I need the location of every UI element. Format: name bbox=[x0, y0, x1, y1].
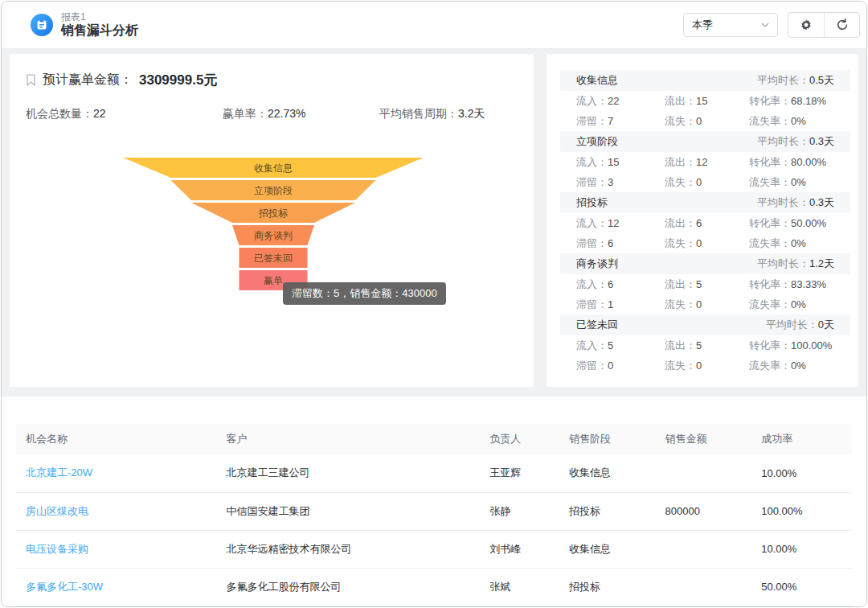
cell-customer: 北京华远精密技术有限公司 bbox=[217, 530, 481, 568]
cell-success: 100.00% bbox=[751, 492, 852, 530]
stage-metrics: 流入：6流出：5转化率：83.33%滞留：1流失：0流失率：0% bbox=[560, 274, 850, 314]
funnel-stage-label: 立项阶段 bbox=[254, 185, 293, 196]
stage-section-header: 商务谈判平均时长：1.2天 bbox=[560, 253, 850, 274]
cell-customer: 多氟多化工股份有限公司 bbox=[217, 568, 481, 606]
table-row: 电压设备采购北京华远精密技术有限公司刘书峰收集信息10.00% bbox=[16, 530, 852, 568]
opportunity-link[interactable]: 电压设备采购 bbox=[16, 530, 217, 568]
header-actions: 本季 bbox=[683, 12, 860, 38]
expected-amount-value: 3309999.5元 bbox=[139, 71, 217, 89]
stage-name: 招投标 bbox=[576, 195, 608, 210]
header-titles: 报表1 销售漏斗分析 bbox=[61, 12, 138, 38]
metric: 流失：0 bbox=[665, 172, 749, 192]
metric: 滞留：0 bbox=[576, 355, 665, 376]
period-select[interactable]: 本季 bbox=[683, 13, 778, 37]
stat-total-opportunities: 机会总数量：22 bbox=[26, 107, 223, 123]
metric: 转化率：50.00% bbox=[749, 213, 834, 233]
stat-label: 赢单率： bbox=[223, 107, 268, 120]
refresh-button[interactable] bbox=[824, 13, 859, 37]
cell-success: 10.00% bbox=[751, 530, 852, 568]
cell-owner: 张静 bbox=[480, 492, 559, 530]
metric: 转化率：68.18% bbox=[749, 91, 834, 111]
stage-name: 收集信息 bbox=[576, 73, 618, 88]
summary-stats: 机会总数量：22 赢单率：22.73% 平均销售周期：3.2天 bbox=[26, 107, 518, 123]
metric: 滞留：1 bbox=[576, 294, 665, 314]
cell-amount bbox=[656, 454, 752, 492]
metric: 流入：12 bbox=[576, 213, 665, 233]
metric: 流入：6 bbox=[576, 274, 665, 294]
stage-metrics: 流入：12流出：6转化率：50.00%滞留：6流失：0流失率：0% bbox=[560, 213, 850, 253]
cell-stage: 收集信息 bbox=[559, 530, 656, 568]
col-success-rate: 成功率 bbox=[751, 424, 852, 454]
funnel-svg: 收集信息立项阶段招投标商务谈判已签未回赢单 bbox=[26, 158, 518, 296]
stage-avg-duration: 平均时长：0.3天 bbox=[757, 195, 834, 210]
metric: 流失：0 bbox=[665, 233, 749, 253]
stage-section-4: 商务谈判平均时长：1.2天流入：6流出：5转化率：83.33%滞留：1流失：0流… bbox=[560, 253, 850, 314]
settings-button[interactable] bbox=[788, 13, 824, 37]
stage-name: 已签未回 bbox=[576, 318, 618, 332]
top-panels: 预计赢单金额： 3309999.5元 机会总数量：22 赢单率：22.73% 平… bbox=[2, 49, 866, 387]
stage-name: 商务谈判 bbox=[576, 257, 618, 271]
metric: 滞留：7 bbox=[576, 111, 665, 131]
gear-icon bbox=[800, 18, 813, 31]
stat-value: 3.2天 bbox=[458, 107, 485, 120]
toolbar-button-group bbox=[788, 12, 860, 38]
funnel-stage-label: 赢单 bbox=[264, 275, 283, 286]
metric: 流失率：0% bbox=[749, 233, 834, 253]
cell-stage: 招投标 bbox=[559, 568, 656, 606]
stat-value: 22.73% bbox=[268, 107, 305, 120]
cell-customer: 北京建工三建公司 bbox=[217, 454, 481, 492]
cell-amount bbox=[656, 568, 752, 606]
stat-value: 22 bbox=[93, 107, 106, 120]
cell-owner: 刘书峰 bbox=[480, 530, 559, 568]
metric: 流失：0 bbox=[665, 355, 749, 376]
report-window: 报表1 销售漏斗分析 本季 bbox=[1, 1, 867, 607]
metric: 流失：0 bbox=[665, 111, 749, 131]
metric: 流失率：0% bbox=[749, 355, 834, 376]
stage-section-header: 立项阶段平均时长：0.3天 bbox=[560, 131, 850, 152]
opportunity-link[interactable]: 房山区煤改电 bbox=[16, 492, 217, 530]
metric: 转化率：80.00% bbox=[749, 152, 834, 172]
stage-metrics: 流入：15流出：12转化率：80.00%滞留：3流失：0流失率：0% bbox=[560, 152, 850, 192]
clipboard-icon bbox=[36, 19, 47, 31]
stage-avg-duration: 平均时长：0.5天 bbox=[757, 73, 834, 88]
cell-success: 10.00% bbox=[751, 454, 852, 492]
report-label: 报表1 bbox=[61, 12, 138, 23]
funnel-panel: 预计赢单金额： 3309999.5元 机会总数量：22 赢单率：22.73% 平… bbox=[10, 54, 534, 387]
cell-owner: 张斌 bbox=[480, 568, 559, 606]
stage-section-1: 收集信息平均时长：0.5天流入：22流出：15转化率：68.18%滞留：7流失：… bbox=[560, 70, 850, 131]
funnel-stage-label: 商务谈判 bbox=[254, 230, 293, 241]
stage-section-5: 已签未回平均时长：0天流入：5流出：5转化率：100.00%滞留：0流失：0流失… bbox=[560, 314, 850, 376]
report-logo-icon bbox=[31, 14, 53, 36]
stage-name: 立项阶段 bbox=[576, 134, 618, 149]
stat-avg-cycle: 平均销售周期：3.2天 bbox=[379, 107, 485, 123]
metric: 流出：5 bbox=[665, 335, 749, 355]
funnel-tooltip: 滞留数：5，销售金额：430000 bbox=[283, 282, 446, 305]
metric: 流失率：0% bbox=[749, 111, 834, 131]
table-row: 北京建工-20W北京建工三建公司王亚辉收集信息10.00% bbox=[16, 454, 852, 492]
stage-avg-duration: 平均时长：1.2天 bbox=[757, 257, 834, 271]
opportunity-table: 机会名称 客户 负责人 销售阶段 销售金额 成功率 北京建工-20W北京建工三建… bbox=[16, 424, 852, 606]
col-amount: 销售金额 bbox=[656, 424, 752, 454]
chevron-down-icon bbox=[761, 23, 769, 27]
table-header-row: 机会名称 客户 负责人 销售阶段 销售金额 成功率 bbox=[16, 424, 852, 454]
stage-metrics: 流入：5流出：5转化率：100.00%滞留：0流失：0流失率：0% bbox=[560, 335, 850, 376]
stage-stats-panel: 收集信息平均时长：0.5天流入：22流出：15转化率：68.18%滞留：7流失：… bbox=[547, 54, 858, 387]
stat-label: 机会总数量： bbox=[26, 107, 93, 120]
metric: 转化率：100.00% bbox=[749, 335, 834, 355]
cell-customer: 中信国安建工集团 bbox=[217, 492, 481, 530]
stage-metrics: 流入：22流出：15转化率：68.18%滞留：7流失：0流失率：0% bbox=[560, 91, 850, 131]
opportunity-link[interactable]: 多氟多化工-30W bbox=[16, 568, 217, 606]
funnel-stage-label: 招投标 bbox=[258, 207, 289, 219]
metric: 流失：0 bbox=[665, 294, 749, 314]
expected-amount-label: 预计赢单金额： bbox=[43, 72, 133, 88]
table-row: 多氟多化工-30W多氟多化工股份有限公司张斌招投标50.00% bbox=[16, 568, 852, 606]
cell-amount: 800000 bbox=[656, 492, 752, 530]
metric: 滞留：3 bbox=[576, 172, 665, 192]
stat-win-rate: 赢单率：22.73% bbox=[223, 107, 379, 123]
opportunity-link[interactable]: 北京建工-20W bbox=[16, 454, 217, 492]
metric: 流入：22 bbox=[576, 91, 665, 111]
stage-section-header: 已签未回平均时长：0天 bbox=[560, 314, 850, 335]
header-bar: 报表1 销售漏斗分析 本季 bbox=[2, 2, 866, 49]
col-opportunity-name: 机会名称 bbox=[16, 424, 217, 454]
metric: 流失率：0% bbox=[749, 172, 834, 192]
